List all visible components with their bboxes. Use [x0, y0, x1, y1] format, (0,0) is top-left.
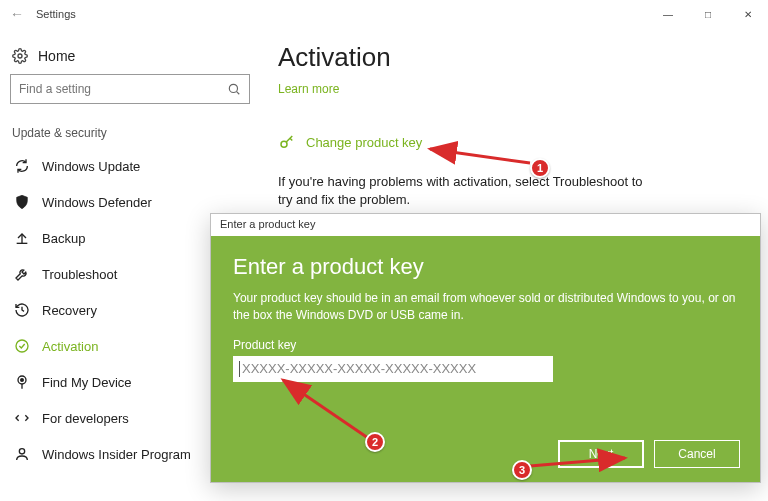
annotation-overlay	[0, 0, 768, 501]
svg-line-10	[430, 149, 530, 163]
svg-line-12	[530, 458, 625, 466]
svg-line-11	[283, 380, 368, 438]
annotation-badge-3: 3	[512, 460, 532, 480]
annotation-badge-1: 1	[530, 158, 550, 178]
annotation-badge-2: 2	[365, 432, 385, 452]
